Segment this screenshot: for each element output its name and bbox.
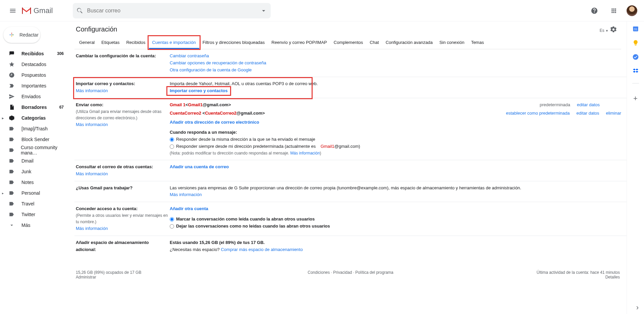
make-default-link[interactable]: establecer como predeterminada [506,110,570,117]
nav-inbox[interactable]: Recibidos 306 [0,48,70,59]
nav-block-sender[interactable]: Block Sender [0,134,70,145]
manage-storage-link[interactable]: Administrar [76,275,96,279]
label-icon [9,169,15,175]
nav-dmail[interactable]: Dmail [0,155,70,166]
leave-unread-radio[interactable] [170,224,174,229]
keep-addon-button[interactable] [632,40,639,46]
main-content: Configuración Es ▼ General Etiquetas Rec… [70,21,627,314]
terms-link[interactable]: Condiciones [308,270,330,275]
tab-accounts-import[interactable]: Cuentas e importación [149,37,199,49]
tab-themes[interactable]: Temas [468,37,487,49]
nav-starred[interactable]: Destacados [0,59,70,70]
nav-travel[interactable]: Travel [0,198,70,209]
apps-grid-icon [610,7,617,14]
tab-addons[interactable]: Complementos [330,37,366,49]
check-mail-more-info-link[interactable]: Más información [76,171,108,176]
gsuite-more-info-link[interactable]: Más información [170,192,202,197]
reply-default-address-radio[interactable] [170,144,174,149]
nav-categories[interactable]: ▸Categorías [0,113,70,123]
reply-same-address-radio[interactable] [170,137,174,142]
google-apps-button[interactable] [607,4,621,17]
tasks-addon-button[interactable] [632,54,639,60]
section-gsuite: ¿Usas Gmail para trabajar? Las versiones… [74,181,627,202]
categories-icon [9,115,15,121]
page-title: Configuración [74,24,117,37]
send-as-row-1: Gmail 1<Gmail1@gmail.com> predeterminada… [170,102,621,109]
dropbox-icon [632,68,639,74]
add-mail-account-link[interactable]: Añadir una cuenta de correo [170,164,229,169]
edit-info-link-1[interactable]: editar datos [577,102,600,109]
nav-imap-trash[interactable]: [Imap]/Trash [0,123,70,134]
import-mail-contacts-link[interactable]: Importar correo y contactos [170,88,228,93]
buy-storage-link[interactable]: Comprar más espacio de almacenamiento [221,247,303,252]
language-selector[interactable]: Es ▼ [600,28,608,33]
side-panel: 31 + [627,21,644,314]
tab-chat[interactable]: Chat [366,37,382,49]
chevron-down-icon [9,222,15,228]
import-description: Importa desde Yahoo!, Hotmail, AOL u otr… [170,80,621,87]
nav-drafts[interactable]: Borradores67 [0,102,70,113]
compose-button[interactable]: Redactar [3,27,40,43]
add-delegate-account-link[interactable]: Añadir otra cuenta [170,206,208,211]
send-icon [9,93,15,100]
tab-labels[interactable]: Etiquetas [98,37,123,49]
keep-icon [632,40,639,46]
tab-filters[interactable]: Filtros y direcciones bloqueadas [199,37,268,49]
gmail-logo[interactable]: Gmail [21,6,53,15]
nav-snoozed[interactable]: Pospuestos [0,70,70,80]
nav-junk[interactable]: Junk [0,166,70,177]
reply-note-more-info-link[interactable]: Más información [290,151,320,155]
search-input[interactable] [84,8,260,14]
search-icon [76,7,84,14]
settings-gear-button[interactable] [610,26,617,35]
svg-point-3 [633,54,638,60]
nav-sent[interactable]: Enviados [0,91,70,102]
gmail-logo-text: Gmail [32,6,53,15]
tab-general[interactable]: General [76,37,98,49]
side-panel-collapse-button[interactable]: › [636,303,639,312]
get-addons-button[interactable]: + [633,94,638,103]
send-as-row-2: CuentaCorreo2 <CuentaCorreo2@gmail.com> … [170,110,621,117]
compose-label: Redactar [19,32,39,38]
nav-personal[interactable]: ▸Personal [0,188,70,198]
main-menu-button[interactable] [5,3,20,18]
tasks-icon [632,54,639,60]
clock-icon [9,72,15,78]
support-button[interactable] [588,4,601,17]
nav-notes[interactable]: Notes [0,177,70,188]
other-google-settings-link[interactable]: Otra configuración de la cuenta de Googl… [170,67,252,72]
nav-more[interactable]: Más [0,220,70,231]
tab-advanced[interactable]: Configuración avanzada [382,37,436,49]
label-icon [9,179,15,185]
draft-icon [9,104,15,110]
send-as-more-info-link[interactable]: Más información [76,122,108,127]
change-password-link[interactable]: Cambiar contraseña [170,53,209,58]
calendar-addon-button[interactable]: 31 [632,25,639,32]
activity-details-link[interactable]: Detalles [605,275,620,279]
label-icon [9,201,15,207]
grant-more-info-link[interactable]: Más información [76,226,108,231]
search-options-icon[interactable] [260,7,267,14]
delete-send-as-link[interactable]: eliminar [606,110,621,117]
account-avatar[interactable] [627,5,637,16]
search-box[interactable] [73,3,271,18]
tab-offline[interactable]: Sin conexión [436,37,468,49]
change-recovery-link[interactable]: Cambiar opciones de recuperación de cont… [170,60,266,65]
add-another-email-link[interactable]: Añadir otra dirección de correo electrón… [170,120,259,125]
header: Gmail [0,0,644,21]
tab-inbox[interactable]: Recibidos [123,37,149,49]
nav-twitter[interactable]: Twitter [0,209,70,220]
tab-forwarding[interactable]: Reenvío y correo POP/IMAP [268,37,330,49]
privacy-link[interactable]: Privacidad [333,270,352,275]
import-more-info-link[interactable]: Más información [76,88,108,93]
section-grant-access: Conceder acceso a tu cuenta: (Permite a … [74,202,627,236]
dropbox-addon-button[interactable] [632,68,639,74]
nav-curso[interactable]: Curso community mana… [0,145,70,155]
program-policies-link[interactable]: Política del programa [355,270,393,275]
label-icon [9,136,15,142]
section-change-account-settings: Cambiar la configuración de la cuenta: C… [74,49,627,77]
nav-important[interactable]: Importantes [0,80,70,91]
edit-info-link-2[interactable]: editar datos [577,110,599,117]
mark-read-radio[interactable] [170,217,174,222]
header-right [588,4,639,17]
